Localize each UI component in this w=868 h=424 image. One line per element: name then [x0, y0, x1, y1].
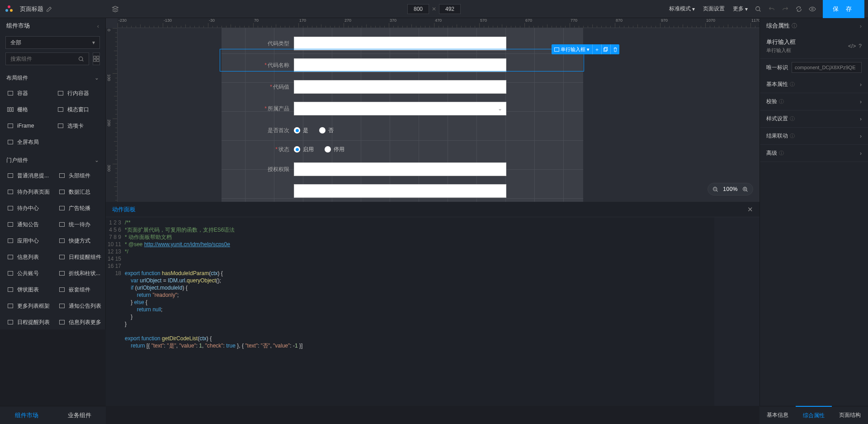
attribute-section[interactable]: 校验ⓘ› [760, 93, 868, 110]
edit-title-icon[interactable] [46, 6, 52, 12]
search-input[interactable] [10, 56, 78, 62]
input-auth[interactable] [294, 162, 506, 176]
page-surface[interactable]: 代码类型 *代码名称 *代码值 *所属产品 ⌄ 是否首次 是 [222, 28, 583, 202]
zoom-control: 100% [708, 183, 753, 195]
close-action-panel-icon[interactable]: ✕ [747, 205, 753, 214]
component-item[interactable]: 容器 [3, 85, 53, 101]
grid-view-toggle[interactable] [93, 52, 100, 65]
radio-first-no[interactable]: 否 [319, 127, 334, 134]
component-item[interactable]: 数据汇总 [54, 184, 105, 200]
preview-icon[interactable] [807, 3, 818, 15]
sel-add-icon[interactable]: ＋ [592, 44, 601, 54]
component-item[interactable]: 头部组件 [54, 167, 105, 184]
component-item[interactable]: 嵌套组件 [54, 281, 105, 298]
code-editor[interactable]: /** *页面扩展代码，可复用的函数，支持ES6语法 * 动作面板帮助文档 * … [125, 217, 714, 406]
collapse-left-icon[interactable]: ‹ [97, 23, 99, 29]
component-search[interactable] [5, 52, 89, 65]
svg-rect-11 [604, 47, 607, 50]
component-item[interactable]: 应用中心 [3, 233, 54, 249]
right-tab-structure[interactable]: 页面结构 [832, 406, 868, 424]
component-item[interactable]: 待办列表页面 [3, 184, 54, 200]
select-product[interactable]: ⌄ [294, 102, 506, 115]
search-icon[interactable] [752, 3, 764, 15]
zoom-in-icon[interactable] [742, 186, 748, 192]
unique-id-input[interactable] [792, 62, 862, 73]
group-portal-head[interactable]: 门户组件⌄ [0, 153, 105, 167]
radio-first-yes[interactable]: 是 [294, 127, 308, 134]
left-tab-business[interactable]: 业务组件 [53, 406, 106, 424]
layers-icon[interactable] [111, 5, 119, 13]
save-button[interactable]: 保 存 [823, 0, 864, 18]
form-row-code-type: 代码类型 [222, 33, 583, 54]
canvas-width-input[interactable] [407, 4, 429, 14]
canvas-viewport[interactable]: 代码类型 *代码名称 *代码值 *所属产品 ⌄ 是否首次 是 [118, 28, 760, 202]
code-gutter: 1 2 3 4 5 6 7 8 9 10 11 12 13 14 15 16 1… [106, 217, 125, 406]
attribute-section[interactable]: 基本属性ⓘ› [760, 76, 868, 93]
attribute-section[interactable]: 高级ⓘ› [760, 145, 868, 162]
search-icon[interactable] [78, 56, 84, 62]
component-item[interactable]: 饼状图表 [3, 281, 54, 298]
left-panel-header: 组件市场 ‹ [0, 18, 105, 33]
left-tab-market[interactable]: 组件市场 [0, 406, 53, 424]
refresh-icon[interactable] [793, 3, 805, 15]
radio-status-off[interactable]: 停用 [325, 146, 344, 153]
code-icon[interactable]: </> [848, 43, 856, 49]
selected-component-tag[interactable]: 单行输入框 ▾ [552, 46, 592, 53]
svg-rect-6 [94, 56, 96, 58]
component-item[interactable]: 通知公告列表 [54, 298, 105, 314]
component-item[interactable]: 模态窗口 [53, 101, 103, 118]
component-item[interactable]: 公共账号 [3, 265, 54, 281]
radio-status-on[interactable]: 启用 [294, 146, 314, 153]
component-item[interactable]: 日程提醒列表 [3, 314, 54, 329]
help-icon[interactable]: ⓘ [792, 22, 797, 30]
zoom-out-icon[interactable] [712, 186, 718, 192]
form-row-first: 是否首次 是 否 [222, 119, 583, 141]
action-panel: 动作面板 ✕ 1 2 3 4 5 6 7 8 9 10 11 12 13 14 … [106, 202, 760, 406]
component-item[interactable]: 选项卡 [53, 118, 103, 134]
zoom-value: 100% [723, 186, 738, 192]
component-item[interactable]: 折线和柱状... [54, 265, 105, 281]
component-item[interactable]: 广告轮播 [54, 200, 105, 216]
sel-delete-icon[interactable] [610, 44, 619, 54]
category-select[interactable]: 全部▾ [5, 36, 100, 49]
component-item[interactable]: 待办中心 [3, 200, 54, 216]
component-item[interactable]: 全屏布局 [3, 134, 103, 150]
component-item[interactable]: 日程提醒组件 [54, 249, 105, 265]
svg-rect-10 [555, 48, 559, 51]
canvas-height-input[interactable] [439, 4, 461, 14]
input-extra[interactable] [294, 184, 506, 198]
input-code-name[interactable] [294, 58, 506, 72]
attribute-section[interactable]: 结果联动ⓘ› [760, 128, 868, 145]
right-tab-basic[interactable]: 基本信息 [760, 406, 796, 424]
redo-icon[interactable] [779, 3, 791, 15]
left-bottom-tabs: 组件市场 业务组件 [0, 406, 106, 424]
component-item[interactable]: iFrame [3, 118, 53, 134]
attribute-section[interactable]: 样式设置ⓘ› [760, 110, 868, 128]
group-layout-head[interactable]: 布局组件⌄ [0, 71, 105, 85]
right-panel-header: 综合属性 ⓘ › [760, 18, 868, 33]
component-item[interactable]: 栅格 [3, 101, 53, 118]
ruler-vertical: 0100200300 [106, 28, 118, 202]
component-item[interactable]: 更多列表框架 [3, 298, 54, 314]
expand-right-icon[interactable]: › [860, 23, 862, 29]
input-code-value[interactable] [294, 80, 506, 94]
more-dropdown[interactable]: 更多▾ [730, 5, 750, 13]
component-item[interactable]: 行内容器 [53, 85, 103, 101]
svg-point-5 [79, 57, 83, 60]
component-item[interactable]: 快捷方式 [54, 233, 105, 249]
component-item[interactable]: 信息列表 [3, 249, 54, 265]
undo-icon[interactable] [766, 3, 778, 15]
app-logo [4, 4, 14, 14]
input-code-type[interactable] [294, 37, 506, 50]
component-item[interactable]: 信息列表更多 [54, 314, 105, 329]
form-row-code-name: *代码名称 [222, 54, 583, 76]
right-tab-attrs[interactable]: 综合属性 [796, 406, 832, 424]
component-item[interactable]: 通知公告 [3, 216, 54, 233]
component-item[interactable]: 普通消息提... [3, 167, 54, 184]
sel-copy-icon[interactable] [601, 44, 610, 54]
page-settings-button[interactable]: 页面设置 [699, 5, 728, 13]
mode-dropdown[interactable]: 标准模式▾ [666, 5, 698, 13]
component-item[interactable]: 统一待办 [54, 216, 105, 233]
help-icon[interactable]: ? [859, 43, 862, 49]
minimap[interactable] [714, 217, 760, 406]
